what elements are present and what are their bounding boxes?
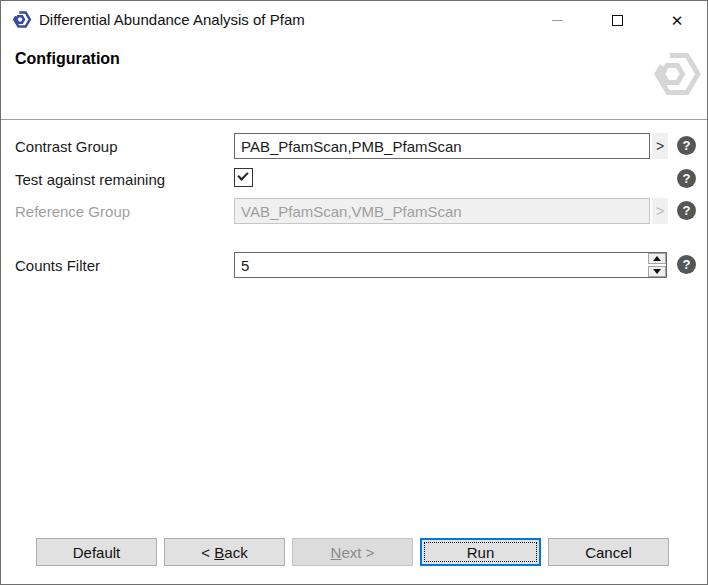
counts-filter-label: Counts Filter	[15, 257, 100, 274]
run-button[interactable]: Run	[420, 538, 541, 566]
counts-filter-spinner	[648, 253, 666, 277]
default-button[interactable]: Default	[36, 538, 157, 566]
spinner-down-button[interactable]	[648, 266, 666, 277]
title-bar: Differential Abundance Analysis of Pfam …	[1, 1, 707, 39]
contrast-group-chooser-button[interactable]: >	[652, 133, 668, 159]
back-button-prefix: <	[201, 544, 214, 561]
dialog-window: { "window": { "title": "Differential Abu…	[0, 0, 708, 585]
test-against-remaining-help-icon[interactable]: ?	[677, 169, 696, 188]
arrow-up-icon	[653, 256, 661, 261]
counts-filter-help-icon[interactable]: ?	[677, 255, 696, 274]
header-divider	[1, 119, 707, 120]
maximize-button[interactable]	[587, 1, 647, 39]
maximize-icon	[612, 15, 623, 26]
page-title: Configuration	[15, 50, 120, 68]
app-logo-icon	[12, 11, 31, 28]
spinner-up-button[interactable]	[648, 253, 666, 264]
arrow-down-icon	[653, 269, 661, 274]
test-against-remaining-label: Test against remaining	[15, 171, 165, 188]
next-button-accesskey: N	[331, 544, 342, 561]
next-button: Next >	[292, 538, 413, 566]
counts-filter-input[interactable]	[234, 252, 667, 278]
cancel-button[interactable]: Cancel	[548, 538, 669, 566]
reference-group-input	[234, 198, 650, 224]
next-button-rest: ext >	[341, 544, 374, 561]
window-title: Differential Abundance Analysis of Pfam	[39, 1, 305, 39]
checkmark-icon	[237, 169, 248, 180]
minimize-icon	[552, 20, 563, 21]
contrast-group-help-icon[interactable]: ?	[677, 136, 696, 155]
back-button[interactable]: < Back	[164, 538, 285, 566]
watermark-logo-icon	[651, 44, 701, 104]
reference-group-help-icon[interactable]: ?	[677, 201, 696, 220]
back-button-accesskey: B	[214, 544, 224, 561]
close-icon: ✕	[671, 13, 684, 28]
reference-group-chooser-button: >	[652, 198, 668, 224]
minimize-button[interactable]	[527, 1, 587, 39]
close-button[interactable]: ✕	[647, 1, 707, 39]
contrast-group-label: Contrast Group	[15, 138, 118, 155]
contrast-group-input[interactable]	[234, 133, 650, 159]
back-button-rest: ack	[224, 544, 247, 561]
test-against-remaining-checkbox[interactable]	[234, 168, 253, 187]
reference-group-label: Reference Group	[15, 203, 130, 220]
